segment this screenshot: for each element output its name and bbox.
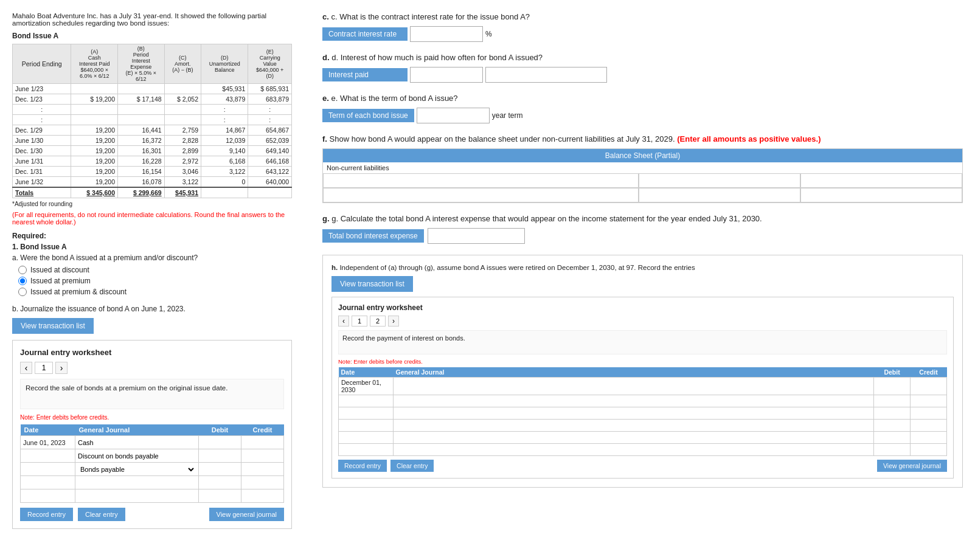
journal-credit-cell[interactable] [241,463,284,476]
sh-credit-cell[interactable] [911,432,947,444]
journal-account-cell[interactable] [75,436,199,449]
journal-debit-cell[interactable] [199,476,241,489]
journal-account-cell[interactable] [75,476,199,489]
radio-both-input[interactable] [18,288,27,296]
sh-credit-input[interactable] [913,410,944,417]
sh-account-input[interactable] [396,382,871,390]
sh-account-input[interactable] [396,434,871,441]
sh-credit-input[interactable] [913,398,944,405]
journal-debit-input[interactable] [201,466,238,473]
sh-account-cell[interactable] [394,420,874,432]
journal-credit-cell[interactable] [241,436,284,449]
sh-clear-btn[interactable]: Clear entry [390,460,434,472]
journal-debit-input[interactable] [201,439,238,446]
journal-credit-input[interactable] [244,439,281,446]
journal-debit-input[interactable] [201,493,238,500]
section-h-page-1[interactable] [352,316,367,327]
journal-account-select[interactable]: Bonds payable [78,465,196,474]
sh-debit-input[interactable] [876,434,907,441]
sh-account-cell[interactable] [394,444,874,456]
bs-val-2b[interactable] [800,188,962,202]
nav-next[interactable]: › [55,362,68,374]
sh-debit-cell[interactable] [874,420,911,432]
view-transaction-btn[interactable]: View transaction list [12,318,94,334]
sh-debit-input[interactable] [876,410,907,417]
bs-label-input-1[interactable] [327,176,634,183]
view-general-journal-btn[interactable]: View general journal [209,508,284,521]
sh-debit-cell[interactable] [874,444,911,456]
sh-credit-cell[interactable] [911,407,947,420]
sh-account-input[interactable] [396,422,871,429]
sh-account-input[interactable] [396,398,871,405]
journal-account-input[interactable] [78,439,196,446]
sh-account-cell[interactable] [394,407,874,420]
journal-debit-cell[interactable] [199,449,241,463]
journal-account-input[interactable] [78,479,196,486]
sh-credit-cell[interactable] [911,420,947,432]
journal-account-input[interactable] [78,493,196,500]
sh-debit-input[interactable] [876,382,907,390]
sh-view-btn[interactable]: View general journal [877,460,947,472]
journal-credit-cell[interactable] [241,489,284,503]
bs-val-1a[interactable] [639,173,800,188]
bs-val-1b[interactable] [800,173,962,188]
sh-credit-input[interactable] [913,382,944,390]
sh-account-cell[interactable] [394,395,874,407]
journal-debit-cell[interactable] [199,463,241,476]
bs-label-input-2[interactable] [327,190,634,198]
term-input[interactable] [417,108,490,123]
sh-record-btn[interactable]: Record entry [338,460,387,472]
section-h-nav-next[interactable]: › [388,316,399,327]
sh-account-cell[interactable] [394,378,874,395]
section-h-nav-prev[interactable]: ‹ [338,316,349,327]
radio-discount-input[interactable] [18,266,27,274]
bs-val-input-2b[interactable] [805,190,958,198]
sh-debit-cell[interactable] [874,395,911,407]
sh-credit-input[interactable] [913,434,944,441]
section-h-page-2[interactable] [370,316,386,327]
section-h-view-btn[interactable]: View transaction list [331,276,413,292]
sh-credit-input[interactable] [913,422,944,429]
nav-prev[interactable]: ‹ [20,362,32,374]
journal-account-input[interactable] [78,452,196,460]
sh-credit-input[interactable] [913,446,944,454]
bs-val-2a[interactable] [639,188,800,202]
journal-credit-input[interactable] [244,479,281,486]
journal-credit-cell[interactable] [241,476,284,489]
total-interest-input[interactable] [428,228,525,244]
sh-account-cell[interactable] [394,432,874,444]
radio-discount[interactable]: Issued at discount [18,266,292,274]
journal-debit-input[interactable] [201,479,238,486]
sh-debit-input[interactable] [876,446,907,454]
sh-debit-cell[interactable] [874,407,911,420]
sh-account-input[interactable] [396,446,871,454]
bs-val-input-1a[interactable] [643,176,796,183]
radio-premium-input[interactable] [18,277,27,285]
nav-page-input[interactable] [35,362,53,374]
journal-account-cell[interactable] [75,489,199,503]
sh-credit-cell[interactable] [911,444,947,456]
journal-credit-cell[interactable] [241,449,284,463]
radio-premium[interactable]: Issued at premium [18,277,292,285]
radio-both[interactable]: Issued at premium & discount [18,288,292,296]
bs-val-input-1b[interactable] [805,176,958,183]
journal-debit-cell[interactable] [199,489,241,503]
bs-val-input-2a[interactable] [643,190,796,198]
journal-credit-input[interactable] [244,466,281,473]
journal-credit-input[interactable] [244,452,281,460]
clear-entry-btn[interactable]: Clear entry [78,508,125,521]
sh-account-input[interactable] [396,410,871,417]
sh-debit-input[interactable] [876,422,907,429]
sh-credit-cell[interactable] [911,378,947,395]
bs-label-1[interactable] [323,173,639,188]
journal-account-cell[interactable]: Bonds payable [75,463,199,476]
sh-debit-cell[interactable] [874,432,911,444]
journal-debit-input[interactable] [201,452,238,460]
bs-label-2[interactable] [323,188,639,202]
record-entry-btn[interactable]: Record entry [20,508,73,521]
contract-rate-input[interactable] [410,26,483,42]
sh-debit-cell[interactable] [874,378,911,395]
journal-account-cell[interactable] [75,449,199,463]
journal-debit-cell[interactable] [199,436,241,449]
sh-credit-cell[interactable] [911,395,947,407]
